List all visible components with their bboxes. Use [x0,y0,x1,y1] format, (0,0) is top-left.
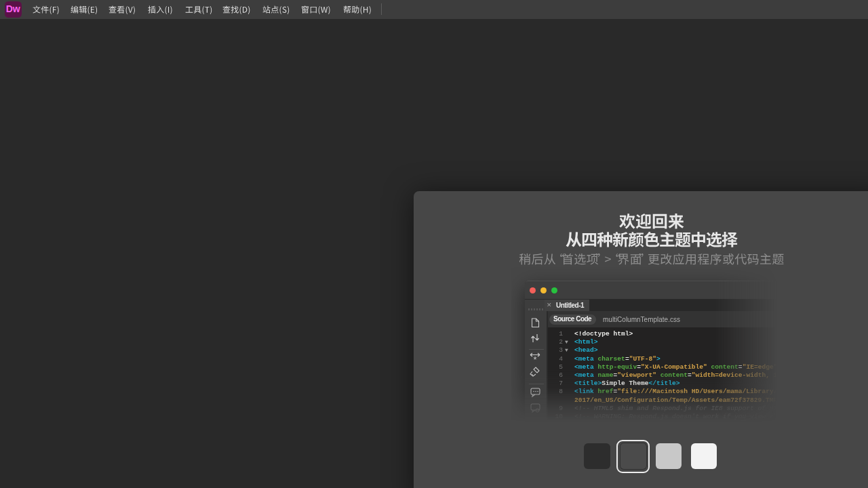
svg-text:*: * [533,354,536,365]
